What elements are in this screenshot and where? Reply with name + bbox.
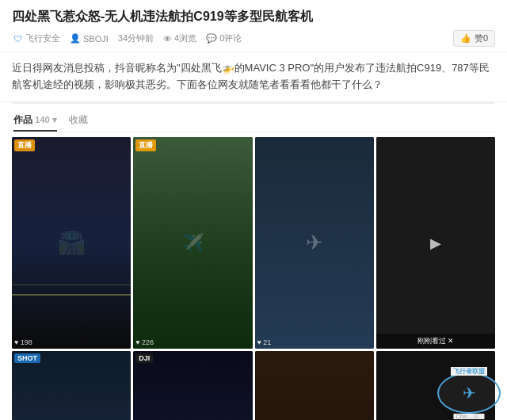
article-header: 四处黑飞惹众怒-无人机违法航拍C919等多型民航客机 🛡 飞行安全 👤 SBOJ…: [0, 0, 507, 52]
comment-icon: 💬: [206, 33, 217, 44]
work-thumb-1[interactable]: 🛣️ 直播 ♥ 198: [12, 137, 131, 349]
watermark: ✈ 飞行者联盟 Chin... U...: [437, 372, 501, 414]
profile-banner: 四处黑飞🚁的MAVIC 3 PRO 抖音号:865928888852 🔗: [13, 103, 494, 104]
work-thumb-3[interactable]: ✈ ♥ 21: [255, 137, 374, 349]
like-button[interactable]: 👍 赞0: [453, 30, 495, 47]
thumb-overlay-4: 刚刚看过 ✕: [376, 334, 495, 349]
watermark-sub: Chin... U...: [453, 414, 484, 419]
article-title: 四处黑飞惹众怒-无人机违法航拍C919等多型民航客机: [12, 8, 495, 25]
works-grid: 🛣️ 直播 ♥ 198 ✈️ 直播 ♥ 226 ✈ ♥ 21 ▶ 刚: [12, 137, 495, 420]
work-thumb-4[interactable]: ▶ 刚刚看过 ✕: [376, 137, 495, 349]
works-tabs: 作品 140 ▾ 收藏: [12, 110, 495, 132]
thumb-views-3: ♥ 21: [257, 338, 272, 346]
profile-card: 四处黑飞🚁的MAVIC 3 PRO 抖音号:865928888852 🔗 1.5…: [12, 102, 495, 104]
time-meta: 34分钟前: [118, 32, 154, 44]
watermark-plane-icon: ✈: [463, 384, 476, 403]
views-meta: 👁 4浏览: [163, 32, 196, 44]
thumb-label-5: SHOT: [14, 353, 40, 363]
article-body: 近日得网友消息投稿，抖音昵称名为"四处黑飞🚁的MAVIC 3 PRO"的用户发布…: [0, 52, 507, 102]
thumb-views-1: ♥ 198: [14, 338, 32, 346]
plane-silhouette-3: ✈: [255, 137, 374, 349]
tab-works[interactable]: 作品 140 ▾: [13, 110, 57, 132]
eye-icon: 👁: [163, 34, 172, 44]
author-meta[interactable]: 👤 SBOJI: [70, 33, 109, 44]
article-meta: 🛡 飞行安全 👤 SBOJI 34分钟前 👁 4浏览 💬 0评论 👍 赞0: [12, 30, 495, 47]
work-thumb-2[interactable]: ✈️ 直播 ♥ 226: [133, 137, 252, 349]
shield-icon: 🛡: [12, 33, 23, 44]
safety-badge[interactable]: 🛡 飞行安全: [12, 32, 60, 44]
works-section: 作品 140 ▾ 收藏 🛣️ 直播 ♥ 198 ✈️ 直: [12, 110, 495, 420]
thumbs-up-icon: 👍: [460, 33, 471, 44]
thumb-label-2: 直播: [135, 139, 156, 151]
page-wrapper: 四处黑飞惹众怒-无人机违法航拍C919等多型民航客机 🛡 飞行安全 👤 SBOJ…: [0, 0, 507, 420]
comments-meta[interactable]: 💬 0评论: [206, 32, 242, 44]
tab-favorites[interactable]: 收藏: [69, 110, 88, 132]
plane-silhouette-2: ✈️: [133, 137, 252, 349]
work-thumb-7[interactable]: ▶ 刚刚看过 ✕: [255, 351, 374, 420]
thumb-views-2: ♥ 226: [135, 338, 154, 346]
play-icon-7: ▶: [255, 351, 374, 420]
watermark-brand: 飞行者联盟: [451, 367, 487, 376]
work-thumb-5[interactable]: SHOT: [12, 351, 131, 420]
play-icon-4: ▶: [376, 137, 495, 349]
user-icon: 👤: [70, 33, 81, 44]
thumb-label-1: 直播: [14, 139, 35, 151]
work-thumb-6[interactable]: DJI: [133, 351, 252, 420]
thumb-label-6: DJI: [135, 353, 153, 363]
